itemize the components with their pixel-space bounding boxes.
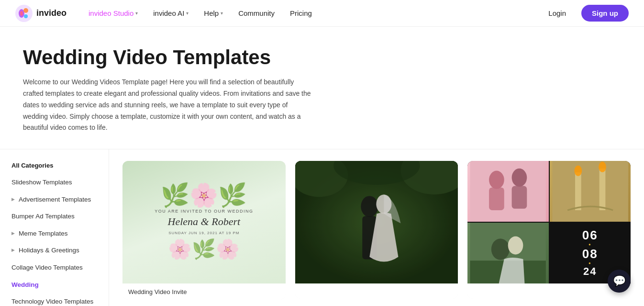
- invite-date: SUNDAY JUN 19, 2021 AT 19 PM: [168, 231, 239, 235]
- main-layout: All Categories Slideshow Templates ▶ Adv…: [0, 149, 644, 306]
- svg-point-4: [24, 14, 28, 18]
- nav-item-ai[interactable]: invideo AI ▾: [146, 5, 195, 21]
- chevron-down-icon: ▾: [135, 11, 138, 16]
- sidebar-item-label: Slideshow Templates: [11, 178, 72, 187]
- sidebar-item-label: Bumper Ad Templates: [11, 212, 75, 221]
- svg-point-25: [491, 238, 510, 260]
- svg-rect-16: [489, 188, 504, 211]
- floral-decoration-bottom: 🌸🌿🌸: [168, 238, 240, 261]
- sidebar-item-slideshow[interactable]: Slideshow Templates: [0, 174, 109, 191]
- svg-rect-18: [552, 161, 628, 222]
- countdown-number-2: 08: [582, 248, 598, 260]
- countdown-number-3: 24: [583, 266, 597, 277]
- sidebar-item-holidays[interactable]: ▶ Holidays & Greetings: [0, 242, 109, 259]
- hero-description: Welcome to our Wedding Videos Template p…: [23, 77, 312, 134]
- logo-text: invideo: [36, 8, 67, 18]
- svg-point-26: [508, 237, 523, 255]
- sidebar-item-label: Wedding: [11, 281, 39, 289]
- template-label: [295, 283, 458, 299]
- collage-cell-2: [550, 161, 631, 222]
- svg-rect-20: [599, 169, 605, 210]
- chevron-down-icon: ▾: [186, 11, 189, 16]
- sidebar-item-wedding[interactable]: Wedding: [0, 276, 109, 294]
- svg-point-2: [20, 11, 23, 16]
- signup-button[interactable]: Sign up: [581, 5, 629, 22]
- svg-rect-12: [295, 161, 458, 283]
- sidebar: All Categories Slideshow Templates ▶ Adv…: [0, 149, 109, 306]
- sidebar-item-label: Holidays & Greetings: [19, 246, 79, 255]
- sidebar-item-technology[interactable]: Technology Video Templates: [0, 293, 109, 306]
- svg-point-14: [489, 171, 504, 189]
- template-label: [467, 283, 631, 299]
- sidebar-item-collage[interactable]: Collage Video Templates: [0, 259, 109, 276]
- svg-point-22: [599, 162, 606, 172]
- templates-grid: 🌿🌸🌿 YOU ARE INVITED TO OUR WEDDING Helen…: [109, 149, 644, 306]
- svg-point-15: [512, 169, 527, 187]
- collage-cell-1: [467, 161, 548, 222]
- svg-rect-13: [470, 161, 546, 222]
- template-card-collage[interactable]: 06 ● 08 ● 24: [467, 161, 631, 298]
- chevron-right-icon: ▶: [11, 248, 15, 253]
- template-card-photo[interactable]: [295, 161, 458, 299]
- svg-rect-19: [575, 172, 581, 210]
- chevron-right-icon: ▶: [11, 231, 15, 237]
- countdown-dot: ●: [588, 242, 592, 247]
- header-actions: Login Sign up: [541, 5, 629, 22]
- nav-item-community[interactable]: Community: [232, 5, 281, 21]
- template-thumbnail: 🌿🌸🌿 YOU ARE INVITED TO OUR WEDDING Helen…: [122, 161, 286, 283]
- main-nav: invideo Studio ▾ invideo AI ▾ Help ▾ Com…: [82, 5, 541, 21]
- template-thumbnail: [295, 161, 458, 283]
- logo-icon: [15, 5, 33, 22]
- template-card-invite[interactable]: 🌿🌸🌿 YOU ARE INVITED TO OUR WEDDING Helen…: [122, 161, 286, 299]
- countdown-number-1: 06: [582, 229, 598, 241]
- nav-item-help[interactable]: Help ▾: [197, 5, 230, 21]
- svg-point-3: [23, 8, 28, 13]
- svg-rect-17: [512, 186, 527, 209]
- countdown-dot-2: ●: [588, 261, 592, 265]
- nav-item-studio[interactable]: invideo Studio ▾: [82, 5, 144, 21]
- sidebar-item-label: Collage Video Templates: [11, 263, 83, 272]
- template-label: Wedding Video Invite: [122, 283, 286, 299]
- sidebar-item-label: Meme Templates: [19, 229, 68, 238]
- couple-scene: [295, 161, 458, 283]
- nav-item-pricing[interactable]: Pricing: [283, 5, 319, 21]
- collage-cell-3: [467, 223, 548, 283]
- page-title: Wedding Video Templates: [23, 46, 312, 69]
- login-button[interactable]: Login: [541, 5, 574, 21]
- sidebar-item-meme[interactable]: ▶ Meme Templates: [0, 225, 109, 242]
- header: invideo invideo Studio ▾ invideo AI ▾ He…: [0, 0, 644, 27]
- hero-section: Wedding Video Templates Welcome to our W…: [0, 27, 335, 149]
- floral-decoration-top: 🌿🌸🌿: [161, 184, 247, 207]
- sidebar-item-label: Advertisement Templates: [19, 195, 91, 204]
- sidebar-item-advertisement[interactable]: ▶ Advertisement Templates: [0, 191, 109, 208]
- template-thumbnail: 06 ● 08 ● 24: [467, 161, 631, 283]
- sidebar-item-bumper[interactable]: Bumper Ad Templates: [0, 208, 109, 225]
- chat-button[interactable]: 💬: [608, 270, 631, 293]
- logo[interactable]: invideo: [15, 5, 67, 22]
- chat-icon: 💬: [613, 275, 626, 287]
- chevron-down-icon: ▾: [221, 11, 223, 16]
- svg-point-21: [574, 166, 582, 176]
- sidebar-item-label: Technology Video Templates: [11, 297, 93, 306]
- invite-tagline: YOU ARE INVITED TO OUR WEDDING: [155, 209, 253, 214]
- invite-names: Helena & Robert: [168, 215, 241, 228]
- chevron-right-icon: ▶: [11, 197, 15, 203]
- sidebar-section-title: All Categories: [0, 159, 109, 172]
